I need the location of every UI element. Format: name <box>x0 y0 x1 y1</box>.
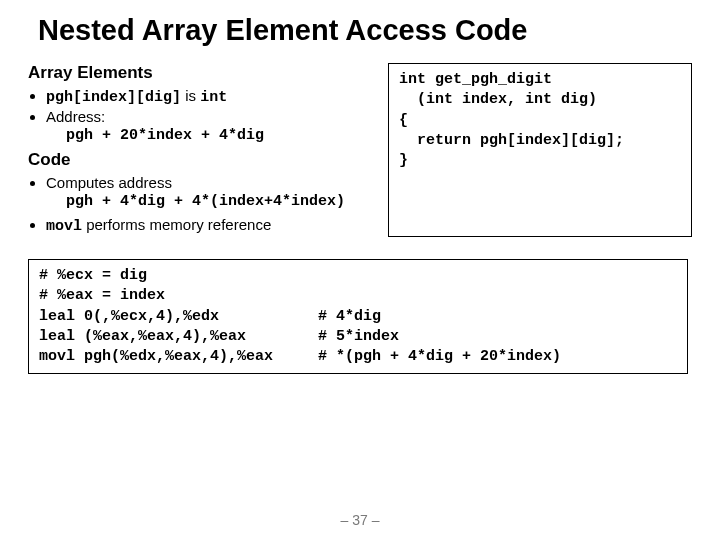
text-is: is <box>181 87 200 104</box>
bullet-address: Address: <box>46 108 376 125</box>
address-formula: pgh + 20*index + 4*dig <box>66 127 376 144</box>
computed-address: pgh + 4*dig + 4*(index+4*index) <box>66 193 376 210</box>
instr-movl: movl <box>46 218 82 235</box>
expr-pgh-index-dig: pgh[index][dig] <box>46 89 181 106</box>
code-list: Computes address <box>46 174 376 191</box>
page-number: – 37 – <box>0 512 720 528</box>
type-int: int <box>200 89 227 106</box>
section-code: Code <box>28 150 376 170</box>
array-elements-list: pgh[index][dig] is int Address: <box>46 87 376 125</box>
content-columns: Array Elements pgh[index][dig] is int Ad… <box>28 61 692 237</box>
assembly-box: # %ecx = dig # %eax = index leal 0(,%ecx… <box>28 259 688 374</box>
slide-title: Nested Array Element Access Code <box>38 14 692 47</box>
slide: Nested Array Element Access Code Array E… <box>0 0 720 540</box>
code-list-2: movl performs memory reference <box>46 216 376 235</box>
bullet-movl: movl performs memory reference <box>46 216 376 235</box>
section-array-elements: Array Elements <box>28 63 376 83</box>
text-performs: performs memory reference <box>82 216 271 233</box>
c-function-box: int get_pgh_digit (int index, int dig) {… <box>388 63 692 237</box>
bullet-type: pgh[index][dig] is int <box>46 87 376 106</box>
bullet-computes: Computes address <box>46 174 376 191</box>
left-column: Array Elements pgh[index][dig] is int Ad… <box>28 61 376 237</box>
